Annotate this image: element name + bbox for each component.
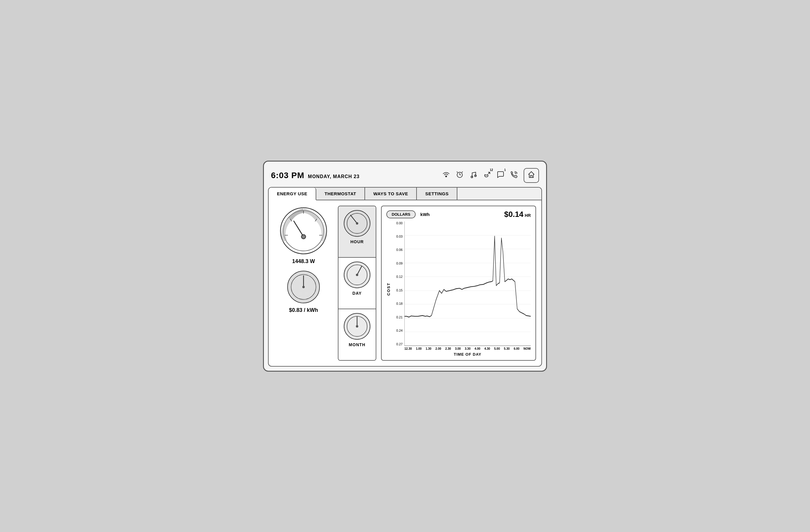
chart-toggle-area: DOLLARS kWh [386, 210, 430, 219]
main-area: ENERGY USE THERMOSTAT WAYS TO SAVE SETTI… [268, 187, 542, 367]
toggle-kwh-button[interactable]: kWh [420, 212, 430, 217]
phone-icon[interactable] [510, 171, 518, 180]
toggle-dollars-button[interactable]: DOLLARS [386, 210, 416, 219]
svg-rect-11 [531, 175, 532, 178]
missed-calls-badge: 12 [489, 168, 493, 172]
current-date: MONDAY, MARCH 23 [308, 174, 360, 179]
svg-point-33 [356, 222, 358, 225]
day-gauge [342, 260, 372, 291]
header-icons-area: 12 1 [442, 168, 539, 183]
cost-unit: HR [525, 213, 531, 218]
wattage-gauge [278, 206, 329, 256]
rate-gauge [286, 269, 321, 305]
tab-thermostat[interactable]: THERMOSTAT [316, 188, 365, 200]
chart-area: COST 0.27 0.24 0.21 0.18 0.15 0.12 [386, 221, 531, 357]
svg-point-21 [302, 235, 305, 238]
period-month-label: MONTH [349, 342, 366, 347]
period-hour[interactable]: HOUR [338, 206, 376, 258]
tab-ways-to-save[interactable]: WAYS TO SAVE [365, 188, 417, 200]
missed-calls-icon[interactable]: 12 [483, 171, 491, 180]
period-month[interactable]: MONTH [338, 309, 376, 360]
wattage-gauge-container: 1448.3 W [278, 206, 329, 264]
chart-svg-area: 0.27 0.24 0.21 0.18 0.15 0.12 0.09 0.06 … [393, 221, 531, 346]
chart-header: DOLLARS kWh $0.14 HR [386, 210, 531, 219]
messages-icon[interactable]: 1 [497, 171, 505, 180]
header-time-area: 6:03 PM MONDAY, MARCH 23 [271, 171, 359, 180]
svg-line-5 [462, 172, 463, 173]
chart-panel: DOLLARS kWh $0.14 HR COST [381, 206, 536, 361]
chart-with-axes: 0.27 0.24 0.21 0.18 0.15 0.12 0.09 0.06 … [393, 221, 531, 357]
period-hour-label: HOUR [350, 239, 363, 244]
svg-point-39 [356, 274, 358, 276]
cost-value: $0.14 [504, 210, 523, 219]
home-button[interactable] [524, 168, 539, 183]
app-frame: 6:03 PM MONDAY, MARCH 23 [263, 161, 547, 372]
chart-svg [404, 221, 531, 346]
left-panel: 1448.3 W [274, 206, 333, 361]
tab-energy-use[interactable]: ENERGY USE [269, 188, 316, 200]
y-ticks: 0.27 0.24 0.21 0.18 0.15 0.12 0.09 0.06 … [393, 221, 404, 346]
alarm-icon[interactable] [456, 171, 464, 180]
wifi-icon[interactable] [442, 171, 450, 180]
rate-gauge-container: $0.83 / kWh [286, 269, 321, 313]
header: 6:03 PM MONDAY, MARCH 23 [268, 166, 542, 187]
svg-line-4 [457, 172, 458, 173]
messages-badge: 1 [503, 168, 507, 172]
x-axis-label: TIME OF DAY [393, 352, 531, 357]
cost-display-area: $0.14 HR [504, 210, 531, 219]
period-day-label: DAY [352, 291, 361, 295]
svg-point-45 [356, 325, 358, 327]
current-time: 6:03 PM [271, 171, 304, 180]
content-area: 1448.3 W [269, 200, 541, 366]
month-gauge [342, 311, 372, 342]
period-selector: HOUR [338, 206, 376, 361]
wattage-value: 1448.3 W [292, 258, 315, 264]
period-day[interactable]: DAY [338, 258, 376, 309]
y-axis-label: COST [386, 221, 391, 357]
tabs-bar: ENERGY USE THERMOSTAT WAYS TO SAVE SETTI… [269, 188, 541, 200]
line-chart [404, 221, 531, 346]
x-axis: 12.30 1.00 1.30 2.00 2.30 3.00 3.30 4.00… [393, 347, 531, 350]
music-icon[interactable] [469, 171, 477, 180]
svg-point-0 [446, 176, 447, 177]
tab-settings[interactable]: SETTINGS [417, 188, 457, 200]
hour-gauge [342, 209, 372, 239]
rate-value: $0.83 / kWh [289, 307, 318, 313]
svg-point-27 [302, 286, 305, 288]
